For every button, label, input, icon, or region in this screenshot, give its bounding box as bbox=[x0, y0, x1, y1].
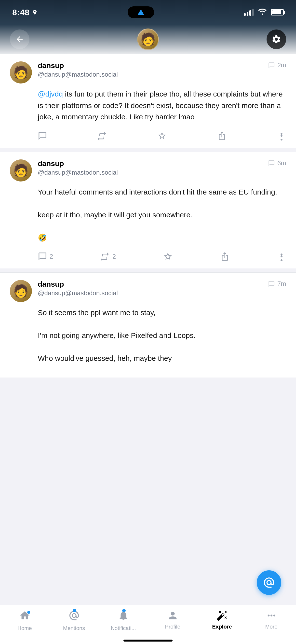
post-card: 🧑 dansup @dansup@mastodon.social 2m @djv… bbox=[0, 54, 296, 148]
nav-home-label: Home bbox=[17, 625, 32, 632]
share-button[interactable] bbox=[220, 252, 230, 261]
profile-avatar-header[interactable]: 🧑 bbox=[137, 28, 159, 50]
more-options-button[interactable] bbox=[277, 131, 286, 140]
signal-icon bbox=[244, 9, 254, 16]
post-username: dansup bbox=[38, 62, 268, 70]
nav-home[interactable]: Home bbox=[0, 610, 49, 632]
share-button[interactable] bbox=[217, 131, 227, 140]
nav-mentions[interactable]: Mentions bbox=[49, 610, 99, 632]
post-meta: dansup @dansup@mastodon.social bbox=[38, 280, 268, 297]
explore-icon bbox=[217, 610, 228, 621]
post-card: 🧑 dansup @dansup@mastodon.social 6m Your… bbox=[0, 152, 296, 269]
nav-profile[interactable]: Profile bbox=[148, 610, 197, 630]
wifi-icon bbox=[258, 8, 267, 17]
status-icons bbox=[244, 8, 284, 17]
app-arrow-icon bbox=[137, 9, 144, 15]
post-time: 7m bbox=[268, 280, 286, 288]
reply-button[interactable] bbox=[38, 131, 47, 140]
post-username: dansup bbox=[38, 160, 268, 168]
post-content: So it seems the ppl want me to stay, I'm… bbox=[38, 307, 286, 364]
post-header: 🧑 dansup @dansup@mastodon.social 2m bbox=[10, 62, 286, 84]
bottom-navigation: Home Mentions Notificati... Profile Expl… bbox=[0, 605, 296, 644]
chat-icon bbox=[268, 280, 275, 287]
battery-icon bbox=[271, 9, 284, 16]
nav-mentions-label: Mentions bbox=[63, 625, 85, 632]
mentions-notification-dot bbox=[73, 609, 76, 612]
reply-button[interactable]: 2 bbox=[38, 252, 53, 261]
chat-icon bbox=[268, 62, 275, 69]
app-indicator bbox=[128, 6, 154, 18]
post-actions bbox=[38, 129, 286, 140]
more-icon bbox=[266, 610, 277, 621]
chat-icon bbox=[268, 160, 275, 166]
more-options-button[interactable] bbox=[277, 252, 286, 261]
settings-button[interactable] bbox=[267, 30, 286, 49]
notifications-dot bbox=[122, 609, 126, 612]
nav-explore[interactable]: Explore bbox=[197, 610, 247, 630]
post-avatar[interactable]: 🧑 bbox=[10, 280, 32, 302]
mention-link[interactable]: @djvdq bbox=[38, 90, 63, 98]
location-icon bbox=[32, 9, 38, 15]
nav-explore-label: Explore bbox=[212, 624, 232, 630]
post-avatar[interactable]: 🧑 bbox=[10, 160, 32, 182]
nav-more-label: More bbox=[265, 624, 277, 630]
post-handle: @dansup@mastodon.social bbox=[38, 169, 268, 176]
post-time: 6m bbox=[268, 160, 286, 167]
nav-notifications-label: Notificati... bbox=[111, 625, 136, 632]
favorite-button[interactable] bbox=[157, 131, 167, 140]
post-avatar[interactable]: 🧑 bbox=[10, 62, 32, 84]
favorite-button[interactable] bbox=[163, 252, 173, 261]
at-icon bbox=[263, 576, 275, 589]
post-header: 🧑 dansup @dansup@mastodon.social 7m bbox=[10, 280, 286, 302]
nav-more[interactable]: More bbox=[247, 610, 296, 630]
nav-profile-label: Profile bbox=[165, 624, 180, 630]
post-header: 🧑 dansup @dansup@mastodon.social 6m bbox=[10, 160, 286, 182]
post-time: 2m bbox=[268, 62, 286, 69]
post-handle: @dansup@mastodon.social bbox=[38, 71, 268, 78]
header-nav: 🧑 bbox=[0, 24, 296, 54]
status-time: 8:48 bbox=[12, 8, 38, 17]
feed-content: 🧑 dansup @dansup@mastodon.social 2m @djv… bbox=[0, 54, 296, 619]
post-actions: 2 2 bbox=[38, 249, 286, 261]
nav-notifications[interactable]: Notificati... bbox=[99, 610, 148, 632]
post-card: 🧑 dansup @dansup@mastodon.social 7m So i… bbox=[0, 273, 296, 378]
post-content: @djvdq its fun to put them in their plac… bbox=[38, 88, 286, 123]
back-button[interactable] bbox=[10, 30, 29, 49]
home-indicator bbox=[123, 640, 173, 642]
post-handle: @dansup@mastodon.social bbox=[38, 289, 268, 297]
home-notification-dot bbox=[27, 611, 30, 614]
status-bar: 8:48 bbox=[0, 0, 296, 24]
boost-button[interactable]: 2 bbox=[101, 252, 116, 261]
post-meta: dansup @dansup@mastodon.social bbox=[38, 62, 268, 78]
boost-button[interactable] bbox=[98, 131, 107, 140]
post-username: dansup bbox=[38, 280, 268, 288]
post-content: Your hateful comments and interactions d… bbox=[38, 186, 286, 244]
profile-icon bbox=[167, 610, 178, 621]
post-meta: dansup @dansup@mastodon.social bbox=[38, 160, 268, 176]
compose-button[interactable] bbox=[257, 570, 281, 595]
